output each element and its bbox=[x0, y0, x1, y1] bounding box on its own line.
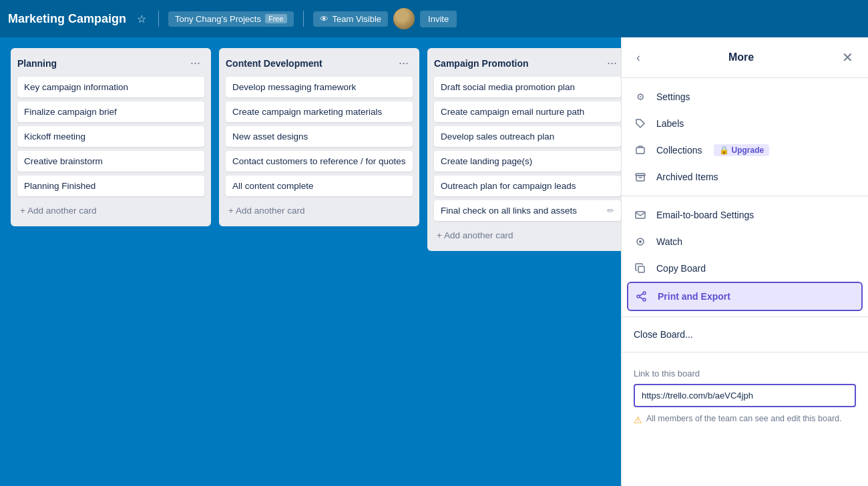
visibility-label: Team Visible bbox=[333, 14, 381, 24]
invite-button[interactable]: Invite bbox=[420, 11, 457, 27]
workspace-name: Tony Chang's Projects bbox=[175, 14, 261, 24]
visibility-icon: 👁 bbox=[320, 14, 329, 24]
archive-icon bbox=[634, 170, 647, 184]
card-outreach-leads[interactable]: Outreach plan for campaign leads bbox=[434, 176, 621, 196]
list-promotion-header: Campaign Promotion ··· bbox=[434, 55, 621, 71]
edit-icon: ✏ bbox=[607, 206, 614, 216]
svg-rect-5 bbox=[638, 266, 644, 272]
add-card-content[interactable]: + Add another card bbox=[226, 202, 413, 220]
copy-board-label: Copy Board bbox=[656, 263, 706, 274]
link-note: ⚠ All members of the team can see and ed… bbox=[634, 414, 856, 425]
svg-point-8 bbox=[643, 298, 646, 301]
svg-point-4 bbox=[639, 240, 642, 243]
print-export-label: Print and Export bbox=[658, 291, 730, 302]
card-campaign-marketing[interactable]: Create campaign marketing materials bbox=[226, 101, 413, 122]
panel-divider-2 bbox=[622, 316, 868, 317]
svg-point-6 bbox=[643, 292, 646, 294]
plan-badge: Free bbox=[265, 14, 287, 23]
card-finalize-brief[interactable]: Finalize campaign brief bbox=[17, 101, 204, 122]
upgrade-label: Upgrade bbox=[731, 146, 764, 155]
link-note-text: All members of the team can see and edit… bbox=[646, 414, 842, 423]
svg-line-10 bbox=[640, 297, 643, 299]
menu-item-email-board[interactable]: Email-to-board Settings bbox=[622, 202, 868, 228]
close-board-button[interactable]: Close Board... bbox=[622, 322, 868, 346]
panel-close-button[interactable]: ✕ bbox=[839, 47, 856, 68]
list-promotion-menu-button[interactable]: ··· bbox=[603, 55, 621, 71]
list-planning-title: Planning bbox=[17, 58, 57, 69]
menu-item-copy-board[interactable]: Copy Board bbox=[622, 255, 868, 282]
svg-line-9 bbox=[640, 294, 643, 296]
card-contact-customers[interactable]: Contact customers to reference / for quo… bbox=[226, 151, 413, 172]
link-label: Link to this board bbox=[634, 369, 856, 379]
panel-body: ⚙ Settings Labels Collections bbox=[622, 78, 868, 486]
card-planning-finished[interactable]: Planning Finished bbox=[17, 176, 204, 196]
card-key-campaign[interactable]: Key campaign information bbox=[17, 77, 204, 97]
label-icon bbox=[634, 117, 647, 130]
panel-header: ‹ More ✕ bbox=[622, 37, 868, 78]
board-header: Marketing Campaign ☆ Tony Chang's Projec… bbox=[0, 0, 868, 37]
avatar[interactable] bbox=[393, 8, 415, 29]
list-content-title: Content Development bbox=[226, 58, 322, 69]
list-promotion-title: Campaign Promotion bbox=[434, 58, 529, 69]
header-divider2 bbox=[303, 11, 304, 27]
workspace-badge[interactable]: Tony Chang's Projects Free bbox=[168, 11, 294, 27]
card-content-complete[interactable]: All content complete bbox=[226, 176, 413, 196]
list-planning-header: Planning ··· bbox=[17, 55, 204, 71]
add-card-planning[interactable]: + Add another card bbox=[17, 202, 204, 220]
svg-point-7 bbox=[637, 295, 640, 298]
labels-label: Labels bbox=[656, 118, 684, 129]
upgrade-badge[interactable]: 🔒 Upgrade bbox=[714, 144, 769, 156]
watch-icon bbox=[634, 235, 647, 248]
copy-icon bbox=[634, 262, 647, 275]
card-sales-outreach[interactable]: Develop sales outreach plan bbox=[434, 126, 621, 147]
card-social-media[interactable]: Draft social media promotion plan bbox=[434, 77, 621, 97]
card-email-nurture[interactable]: Create campaign email nurture path bbox=[434, 101, 621, 122]
link-input[interactable] bbox=[634, 384, 856, 407]
card-landing-page[interactable]: Create landing page(s) bbox=[434, 151, 621, 172]
email-board-label: Email-to-board Settings bbox=[656, 210, 754, 220]
list-planning: Planning ··· Key campaign information Fi… bbox=[11, 48, 211, 226]
menu-item-settings[interactable]: ⚙ Settings bbox=[622, 83, 868, 110]
archived-label: Archived Items bbox=[656, 172, 718, 182]
lock-icon: 🔒 bbox=[719, 146, 729, 155]
visibility-badge[interactable]: 👁 Team Visible bbox=[313, 11, 388, 27]
card-final-check[interactable]: Final check on all links and assets ✏ bbox=[434, 200, 621, 221]
card-messaging-framework[interactable]: Develop messaging framework bbox=[226, 77, 413, 97]
panel-back-button[interactable]: ‹ bbox=[634, 48, 643, 67]
menu-item-archived[interactable]: Archived Items bbox=[622, 164, 868, 190]
menu-item-labels[interactable]: Labels bbox=[622, 110, 868, 137]
add-card-promotion[interactable]: + Add another card bbox=[434, 226, 621, 244]
menu-item-watch[interactable]: Watch bbox=[622, 228, 868, 255]
star-button[interactable]: ☆ bbox=[134, 10, 149, 28]
board-area: Planning ··· Key campaign information Fi… bbox=[0, 37, 621, 486]
list-content: Content Development ··· Develop messagin… bbox=[219, 48, 419, 226]
share-icon bbox=[635, 290, 648, 303]
panel-title: More bbox=[643, 51, 839, 63]
card-asset-designs[interactable]: New asset designs bbox=[226, 126, 413, 147]
watch-label: Watch bbox=[656, 236, 682, 247]
svg-rect-0 bbox=[636, 148, 644, 154]
list-content-menu-button[interactable]: ··· bbox=[395, 55, 413, 71]
panel-divider-1 bbox=[622, 196, 868, 196]
list-promotion: Campaign Promotion ··· Draft social medi… bbox=[427, 48, 621, 251]
board-title: Marketing Campaign bbox=[8, 12, 126, 26]
avatar-image bbox=[393, 8, 415, 29]
header-divider bbox=[158, 11, 159, 27]
card-brainstorm[interactable]: Creative brainstorm bbox=[17, 151, 204, 172]
settings-label: Settings bbox=[656, 91, 690, 102]
menu-item-print-export[interactable]: Print and Export bbox=[627, 282, 863, 311]
menu-item-collections[interactable]: Collections 🔒 Upgrade bbox=[622, 137, 868, 164]
panel-divider-3 bbox=[622, 352, 868, 352]
list-planning-menu-button[interactable]: ··· bbox=[186, 55, 204, 71]
right-panel: ‹ More ✕ ⚙ Settings Labels bbox=[621, 37, 868, 486]
link-section: Link to this board ⚠ All members of the … bbox=[622, 358, 868, 436]
svg-rect-2 bbox=[636, 212, 645, 218]
list-content-header: Content Development ··· bbox=[226, 55, 413, 71]
email-icon bbox=[634, 208, 647, 222]
card-kickoff[interactable]: Kickoff meeting bbox=[17, 126, 204, 147]
gear-icon: ⚙ bbox=[634, 90, 647, 103]
collections-label: Collections bbox=[656, 145, 702, 156]
main-area: Planning ··· Key campaign information Fi… bbox=[0, 37, 868, 486]
warning-icon: ⚠ bbox=[634, 415, 642, 425]
collections-icon bbox=[634, 144, 647, 157]
